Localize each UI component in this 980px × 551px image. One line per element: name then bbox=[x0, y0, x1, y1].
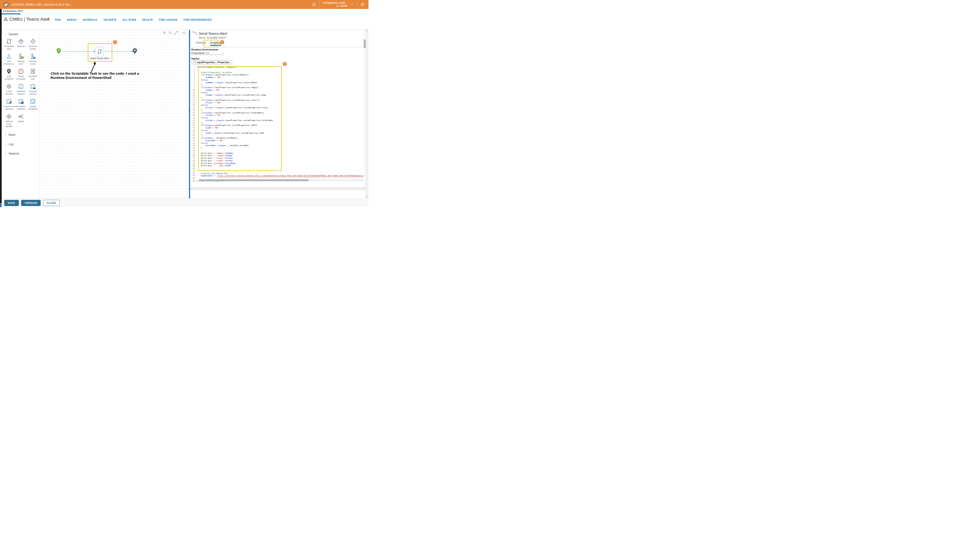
line-number: 18 bbox=[190, 109, 197, 112]
panel-horizontal-scrollbar[interactable]: ‹› bbox=[190, 187, 366, 190]
action-validate[interactable]: VALIDATE bbox=[103, 18, 116, 21]
action-schedule[interactable]: SCHEDULE bbox=[83, 18, 97, 21]
line-number: 4 bbox=[190, 74, 197, 76]
palette-item-workflow-element[interactable]: Workflow element bbox=[15, 83, 27, 95]
app-grid-icon[interactable] bbox=[361, 2, 365, 6]
default-error-handler-icon bbox=[6, 113, 12, 119]
scroll-down-icon[interactable]: ˅ bbox=[366, 195, 368, 198]
scroll-up-icon[interactable]: ˄ bbox=[366, 29, 368, 32]
palette-item-action-element[interactable]: Action element bbox=[3, 83, 15, 95]
palette-section-network[interactable]: Network bbox=[2, 149, 40, 158]
runtime-environment-select[interactable]: PowerShell 7.3 bbox=[191, 51, 224, 55]
line-number: 32 bbox=[190, 144, 197, 147]
palette-item-foreach-element[interactable]: Foreach element bbox=[27, 83, 39, 95]
save-button[interactable]: SAVE bbox=[4, 200, 19, 206]
annotation-callout-2: 2 bbox=[220, 40, 224, 44]
user-icon bbox=[6, 53, 12, 59]
action-find-dependencies[interactable]: FIND DEPENDENCIES bbox=[183, 18, 212, 21]
palette-item-user-interaction[interactable]: User interaction bbox=[3, 53, 15, 65]
inputs-label: Inputs: bbox=[191, 57, 200, 60]
palette-item-label: Throw exception bbox=[15, 75, 27, 80]
chevron-down-icon bbox=[5, 33, 7, 36]
line-number: 9 bbox=[190, 86, 197, 89]
palette-item-waiting-timer[interactable]: Waiting timer bbox=[15, 53, 27, 65]
palette-collapsed-sections: BasicLogNetwork bbox=[2, 130, 40, 158]
action-run[interactable]: RUN bbox=[55, 18, 61, 21]
close-button[interactable]: CLOSE bbox=[43, 200, 60, 206]
input-pill-label: inputProperties : Properties bbox=[197, 61, 230, 64]
action-delete[interactable]: DELETE bbox=[142, 18, 153, 21]
action-find-usages[interactable]: FIND USAGES bbox=[159, 18, 177, 21]
user-menu[interactable]: configadmin confi... VAIDM bbox=[323, 2, 347, 8]
info-icon[interactable] bbox=[223, 36, 226, 39]
line-number: 42 bbox=[190, 170, 197, 172]
palette-section-log[interactable]: Log bbox=[2, 140, 40, 149]
line-number: 10 bbox=[190, 89, 197, 92]
star-icon[interactable] bbox=[46, 17, 50, 21]
annotation-box-3 bbox=[198, 66, 282, 171]
workflow-schema-icon bbox=[3, 17, 8, 21]
panel-splitter[interactable] bbox=[189, 30, 190, 198]
palette-section-basic[interactable]: Basic bbox=[2, 130, 40, 140]
palette-item-decision[interactable]: Decision bbox=[15, 38, 27, 50]
palette-item-scriptable-task[interactable]: Scriptable task bbox=[3, 38, 15, 50]
code-line: 44 $webhookUrl = 'https://thornhilllanec… bbox=[190, 175, 363, 177]
page-scrollbar[interactable] bbox=[366, 29, 369, 198]
user-name: configadmin confi... bbox=[323, 2, 347, 5]
end-pin-icon bbox=[6, 68, 12, 75]
palette-section-generic[interactable]: Generic bbox=[2, 30, 40, 37]
line-number: 30 bbox=[190, 140, 197, 142]
action-gear-icon bbox=[6, 83, 12, 89]
chevron-down-icon[interactable] bbox=[350, 3, 354, 6]
runtime-environment-value: PowerShell 7.3 bbox=[191, 52, 209, 54]
tab-embedded-vro[interactable]: Embedded-VRO bbox=[2, 10, 24, 13]
svg-text:?: ? bbox=[313, 3, 315, 6]
palette-item-switch[interactable]: Switch bbox=[15, 113, 27, 128]
palette-item-label: Workflow note bbox=[27, 75, 38, 80]
line-number: 6 bbox=[190, 79, 197, 81]
annotation-box-2 bbox=[204, 40, 219, 48]
help-icon[interactable]: ? bbox=[312, 2, 316, 6]
top-bar: vCROCS DEMO LAB | Version 8.16.0 Orc... … bbox=[0, 0, 369, 9]
org-chart-icon bbox=[336, 5, 339, 7]
palette-item-label: Foreach element bbox=[27, 90, 38, 95]
line-number: 27 bbox=[190, 132, 197, 135]
panel-vertical-scrollbar[interactable] bbox=[363, 30, 366, 187]
schema-canvas[interactable]: Send-Teams-Alert 1 Click on the Scriptab… bbox=[40, 30, 189, 198]
palette-item-decision-activity[interactable]: Decision activity bbox=[27, 38, 39, 50]
throw-exception-icon bbox=[18, 68, 24, 75]
annotation-note-text: Click on the Scriptable Task to see the … bbox=[51, 71, 140, 80]
palette-item-label: Switch bbox=[18, 120, 24, 123]
palette-item-workflow-note[interactable]: Workflow note bbox=[27, 68, 39, 80]
workflow-header: CMBU | Teams Alert RUNDEBUGSCHEDULEVALID… bbox=[0, 14, 369, 25]
end-node-icon[interactable] bbox=[132, 48, 138, 54]
line-number: 1 bbox=[190, 66, 197, 69]
palette-grid: Scriptable taskDecisionDecision activity… bbox=[2, 37, 40, 130]
palette-item-throw-exception[interactable]: Throw exception bbox=[15, 68, 27, 80]
line-number: 26 bbox=[190, 129, 197, 132]
panel-splitter-handle[interactable] bbox=[189, 108, 190, 112]
palette-item-waiting-event[interactable]: Waiting event bbox=[27, 53, 39, 65]
line-number: 34 bbox=[190, 149, 197, 152]
code-line: 43 # Define the webhook URL bbox=[190, 172, 363, 175]
chevron-right-icon bbox=[5, 143, 7, 146]
input-properties-pill[interactable]: inputProperties : Properties bbox=[191, 60, 232, 64]
line-number: 16 bbox=[190, 104, 197, 106]
code-horizontal-scrollbar[interactable] bbox=[199, 179, 363, 181]
palette-item-default-error-handler[interactable]: Default error handler bbox=[3, 113, 15, 128]
line-number: 28 bbox=[190, 134, 197, 137]
action-debug[interactable]: DEBUG bbox=[67, 18, 76, 21]
palette-item-nested-workflows[interactable]: Nested workflows bbox=[27, 98, 39, 110]
line-number: 7 bbox=[190, 81, 197, 84]
palette-item-schedule-workflow[interactable]: Schedule workflow bbox=[15, 98, 27, 110]
line-number: 45 bbox=[190, 177, 197, 180]
version-button[interactable]: VERSION bbox=[21, 200, 41, 206]
action-all-runs[interactable]: ALL RUNS bbox=[123, 18, 136, 21]
palette-item-end-workflow[interactable]: End workflow bbox=[3, 68, 15, 80]
start-node-icon[interactable] bbox=[56, 48, 62, 54]
runtime-environment-label: Runtime Environment bbox=[191, 48, 218, 51]
crocs-shoe-logo-icon bbox=[2, 1, 10, 8]
palette-item-asynchronous-element[interactable]: Asynchronous element bbox=[3, 98, 15, 110]
line-number: 2 bbox=[190, 69, 197, 71]
line-number: 43 bbox=[190, 172, 197, 175]
